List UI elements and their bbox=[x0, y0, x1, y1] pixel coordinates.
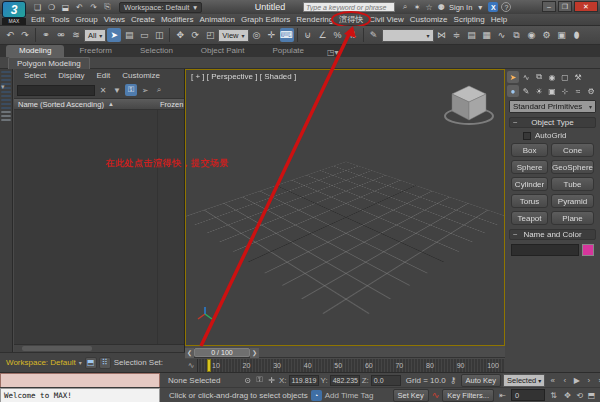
object-type-rollout[interactable]: − Object Type bbox=[509, 117, 596, 128]
pan-icon[interactable]: ✥ bbox=[562, 390, 573, 401]
angle-snap-icon[interactable]: ∠ bbox=[316, 28, 330, 42]
hierarchy-tab-icon[interactable]: ⧉ bbox=[533, 71, 545, 83]
curve-editor-icon[interactable]: ∿ bbox=[495, 28, 509, 42]
spacewarps-icon[interactable]: ≈ bbox=[572, 85, 584, 97]
viewport-layout-icon[interactable]: ⬒ bbox=[85, 357, 97, 369]
menu-item[interactable]: Civil View bbox=[366, 14, 407, 26]
modify-tab-icon[interactable]: ∿ bbox=[520, 71, 532, 83]
user-icon[interactable]: ⚉ bbox=[436, 2, 446, 12]
primitive-button[interactable]: Pyramid bbox=[551, 194, 594, 208]
name-and-color-rollout[interactable]: − Name and Color bbox=[509, 229, 596, 240]
undo-icon[interactable]: ↶ bbox=[3, 28, 17, 42]
explorer-column-header[interactable]: Name (Sorted Ascending) ▲ Frozen bbox=[14, 98, 184, 110]
explorer-list[interactable] bbox=[14, 110, 184, 344]
align-icon[interactable]: ≑ bbox=[450, 28, 464, 42]
ribbon-tab[interactable]: Populate bbox=[259, 45, 317, 57]
menu-item[interactable]: Rendering bbox=[293, 14, 336, 26]
mirror-icon[interactable]: ⋈ bbox=[435, 28, 449, 42]
open-file-icon[interactable]: ❍ bbox=[46, 2, 57, 13]
object-name-field[interactable] bbox=[511, 244, 579, 256]
minimize-button[interactable]: – bbox=[542, 1, 556, 12]
redo-icon[interactable]: ↷ bbox=[88, 2, 99, 13]
material-editor-icon[interactable]: ◉ bbox=[525, 28, 539, 42]
prev-frame-button[interactable]: ❮ bbox=[185, 348, 194, 358]
isolate-toggle-icon[interactable]: ⠿ bbox=[99, 357, 111, 369]
application-menu-button[interactable]: 3 MAX bbox=[2, 1, 26, 25]
time-slider-handle[interactable]: 0 / 100 bbox=[194, 348, 250, 357]
display-tab-icon[interactable]: ▢ bbox=[559, 71, 571, 83]
explorer-search-input[interactable] bbox=[17, 85, 95, 96]
key-filters-button[interactable]: Key Filters... bbox=[442, 389, 494, 402]
filter-xrefs-icon[interactable]: ⬒ bbox=[1, 99, 11, 101]
go-to-start-icon[interactable]: « bbox=[547, 375, 558, 386]
select-and-link-icon[interactable]: ⚭ bbox=[39, 28, 53, 42]
selection-lock-icon[interactable]: ⚿ bbox=[254, 375, 265, 386]
isolate-selection-icon[interactable]: ⊙ bbox=[242, 375, 253, 386]
search-icon[interactable]: ⌕ bbox=[400, 2, 410, 12]
mini-curve-editor-icon[interactable]: ∿ bbox=[185, 359, 198, 372]
lock-icon[interactable]: ⚿ bbox=[125, 84, 137, 96]
spinner-icon[interactable]: ⇅ bbox=[548, 390, 559, 401]
filter-objects-icon[interactable]: ▭ bbox=[1, 119, 11, 121]
filter-layers-icon[interactable]: ▤ bbox=[1, 115, 11, 117]
pick-icon[interactable]: ➢ bbox=[139, 84, 151, 96]
maxscript-listener-line[interactable]: Welcome to MAX! bbox=[0, 388, 160, 402]
workspace-dropdown[interactable]: Workspace: Default ▾ bbox=[119, 2, 202, 13]
primitive-button[interactable]: Tube bbox=[551, 177, 594, 191]
prev-frame-icon[interactable]: ‹ bbox=[559, 375, 570, 386]
chevron-down-icon[interactable]: ▾ bbox=[1, 83, 11, 93]
ribbon-tab[interactable]: Modeling bbox=[6, 45, 64, 57]
add-time-tag[interactable]: Add Time Tag bbox=[325, 391, 374, 400]
select-manipulate-icon[interactable]: ✛ bbox=[265, 28, 279, 42]
snap-toggle-icon[interactable]: ⊍ bbox=[301, 28, 315, 42]
orbit-icon[interactable]: ⟲ bbox=[574, 390, 585, 401]
systems-icon[interactable]: ⚙ bbox=[585, 85, 597, 97]
select-scale-icon[interactable]: ◰ bbox=[203, 28, 217, 42]
primitives-category-dropdown[interactable]: Standard Primitives ▾ bbox=[509, 100, 596, 113]
perspective-viewport[interactable]: [ + ] [ Perspective ] [ Shaded ] bbox=[185, 69, 505, 346]
render-icon[interactable]: ⬮ bbox=[570, 28, 584, 42]
search-input[interactable] bbox=[303, 2, 395, 12]
save-file-icon[interactable]: ⬓ bbox=[60, 2, 71, 13]
utilities-tab-icon[interactable]: ⚒ bbox=[572, 71, 584, 83]
explorer-scrollbar[interactable] bbox=[14, 344, 184, 352]
primitive-button[interactable]: Torus bbox=[511, 194, 548, 208]
maximize-viewport-icon[interactable]: ⬒ bbox=[586, 390, 597, 401]
shapes-icon[interactable]: ✎ bbox=[520, 85, 532, 97]
ribbon-config-icon[interactable]: ◳▾ bbox=[327, 48, 339, 57]
menu-item[interactable]: Views bbox=[101, 14, 128, 26]
current-frame-field[interactable]: 0 bbox=[511, 389, 545, 401]
menu-item[interactable]: Animation bbox=[196, 14, 238, 26]
select-object-icon[interactable]: ➤ bbox=[107, 28, 121, 42]
unlink-icon[interactable]: ⚮ bbox=[54, 28, 68, 42]
go-to-end-icon[interactable]: » bbox=[595, 375, 600, 386]
maxscript-mini-listener[interactable] bbox=[0, 373, 160, 388]
percent-snap-icon[interactable]: % bbox=[331, 28, 345, 42]
help-icon[interactable]: ? bbox=[501, 2, 511, 12]
filter-bones-icon[interactable]: ⌇ bbox=[1, 103, 11, 105]
primitive-button[interactable]: Cylinder bbox=[511, 177, 548, 191]
region-rect-icon[interactable]: ▭ bbox=[137, 28, 151, 42]
geometry-icon[interactable]: ● bbox=[507, 85, 519, 97]
workspace-switcher[interactable]: Workspace: Default bbox=[6, 358, 76, 367]
find-icon[interactable]: ⌕ bbox=[153, 84, 165, 96]
new-file-icon[interactable]: ❏ bbox=[32, 2, 43, 13]
filter-shapes-icon[interactable]: ✎ bbox=[1, 75, 11, 77]
frozen-column-header[interactable]: Frozen bbox=[160, 100, 183, 109]
absolute-mode-icon[interactable]: ✛ bbox=[266, 375, 277, 386]
explorer-menu-item[interactable]: Select bbox=[18, 71, 52, 80]
ribbon-toggle-icon[interactable]: ▦ bbox=[480, 28, 494, 42]
explorer-menu-item[interactable]: Customize bbox=[116, 71, 166, 80]
current-frame-marker[interactable] bbox=[207, 359, 211, 372]
track-bar-ruler[interactable]: 102030405060708090100 bbox=[198, 359, 505, 372]
redo-icon[interactable]: ↷ bbox=[18, 28, 32, 42]
maximize-button[interactable]: ❐ bbox=[558, 1, 572, 12]
next-frame-icon[interactable]: › bbox=[583, 375, 594, 386]
motion-tab-icon[interactable]: ◉ bbox=[546, 71, 558, 83]
chevron-down-icon[interactable]: ▾ bbox=[475, 2, 485, 12]
x-coordinate-field[interactable]: 119.819 bbox=[289, 375, 319, 386]
spinner-snap-icon[interactable]: ⇅ bbox=[346, 28, 360, 42]
named-selection-sets-dropdown[interactable]: ▾ bbox=[382, 29, 434, 42]
helpers-icon[interactable]: ⊹ bbox=[559, 85, 571, 97]
filter-containers-icon[interactable]: ▥ bbox=[1, 107, 11, 109]
